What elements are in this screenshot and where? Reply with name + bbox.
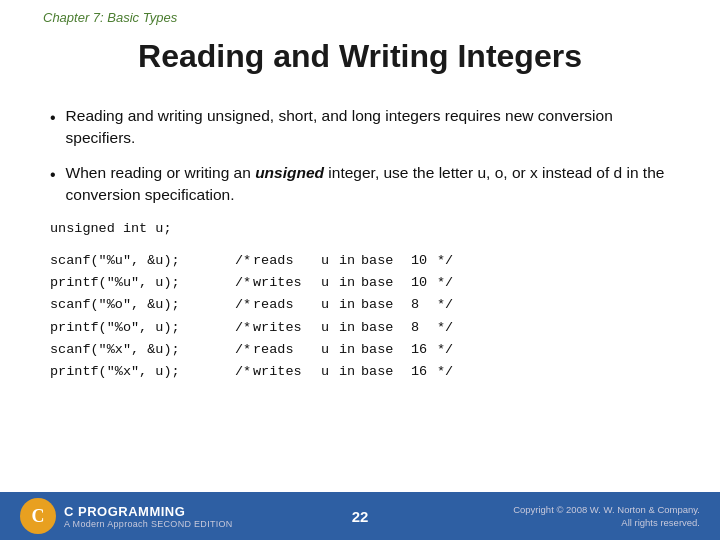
logo-main-text: C PROGRAMMING	[64, 504, 233, 519]
code-base-num: 8	[411, 294, 437, 316]
bullet-dot-2: •	[50, 163, 56, 186]
code-action: writes	[253, 361, 321, 383]
comment-slash: /*	[235, 317, 253, 339]
code-base-label: base	[361, 317, 411, 339]
code-base-label: base	[361, 250, 411, 272]
code-line-5: printf("%x", u); /* writes u in base 16 …	[50, 361, 670, 383]
code-base-label: base	[361, 361, 411, 383]
code-declaration: unsigned int u;	[50, 221, 670, 236]
copyright-text: Copyright © 2008 W. W. Norton & Company.…	[513, 503, 700, 530]
code-line-0: scanf("%u", &u); /* reads u in base 10 *…	[50, 250, 670, 272]
code-var: u	[321, 250, 339, 272]
code-action: writes	[253, 317, 321, 339]
comment-slash: /*	[235, 361, 253, 383]
bullet-text-1: Reading and writing unsigned, short, and…	[66, 105, 670, 150]
code-base-label: base	[361, 272, 411, 294]
bullet-text-2: When reading or writing an unsigned inte…	[66, 162, 670, 207]
comment-slash: /*	[235, 294, 253, 316]
content-area: • Reading and writing unsigned, short, a…	[0, 85, 720, 207]
code-line-3: printf("%o", u); /* writes u in base 8 *…	[50, 317, 670, 339]
code-var: u	[321, 294, 339, 316]
code-stmt: printf("%u", u);	[50, 272, 235, 294]
page-title: Reading and Writing Integers	[0, 38, 720, 75]
logo-icon: C	[20, 498, 56, 534]
logo-text: C PROGRAMMING A Modern Approach SECOND E…	[64, 504, 233, 529]
comment-slash: /*	[235, 339, 253, 361]
code-base-num: 8	[411, 317, 437, 339]
code-stmt: scanf("%x", &u);	[50, 339, 235, 361]
code-stmt: scanf("%u", &u);	[50, 250, 235, 272]
code-base-label: base	[361, 294, 411, 316]
code-end: */	[437, 317, 457, 339]
code-in: in	[339, 317, 361, 339]
code-action: reads	[253, 339, 321, 361]
footer: C C PROGRAMMING A Modern Approach SECOND…	[0, 492, 720, 540]
bullet-2: • When reading or writing an unsigned in…	[50, 162, 670, 207]
comment-slash: /*	[235, 272, 253, 294]
bullet-2-italic: unsigned	[255, 164, 324, 181]
chapter-label: Chapter 7: Basic Types	[43, 10, 177, 25]
bullet-1: • Reading and writing unsigned, short, a…	[50, 105, 670, 150]
code-var: u	[321, 272, 339, 294]
code-in: in	[339, 339, 361, 361]
code-end: */	[437, 339, 457, 361]
code-var: u	[321, 361, 339, 383]
code-var: u	[321, 339, 339, 361]
code-end: */	[437, 361, 457, 383]
code-end: */	[437, 294, 457, 316]
code-stmt: scanf("%o", &u);	[50, 294, 235, 316]
code-stmt: printf("%x", u);	[50, 361, 235, 383]
code-in: in	[339, 272, 361, 294]
code-line-2: scanf("%o", &u); /* reads u in base 8 */	[50, 294, 670, 316]
code-action: writes	[253, 272, 321, 294]
logo-sub-text: A Modern Approach SECOND EDITION	[64, 519, 233, 529]
code-base-label: base	[361, 339, 411, 361]
code-var: u	[321, 317, 339, 339]
code-action: reads	[253, 250, 321, 272]
code-end: */	[437, 250, 457, 272]
code-in: in	[339, 361, 361, 383]
code-end: */	[437, 272, 457, 294]
code-section: unsigned int u; scanf("%u", &u); /* read…	[0, 221, 720, 384]
code-action: reads	[253, 294, 321, 316]
code-base-num: 10	[411, 272, 437, 294]
code-in: in	[339, 294, 361, 316]
code-base-num: 16	[411, 361, 437, 383]
code-base-num: 16	[411, 339, 437, 361]
page-number: 22	[352, 508, 369, 525]
bullet-dot-1: •	[50, 106, 56, 129]
code-stmt: printf("%o", u);	[50, 317, 235, 339]
code-block: scanf("%u", &u); /* reads u in base 10 *…	[50, 250, 670, 384]
code-line-1: printf("%u", u); /* writes u in base 10 …	[50, 272, 670, 294]
code-base-num: 10	[411, 250, 437, 272]
logo-area: C C PROGRAMMING A Modern Approach SECOND…	[20, 498, 233, 534]
code-in: in	[339, 250, 361, 272]
bullet-2-before: When reading or writing an	[66, 164, 256, 181]
comment-slash: /*	[235, 250, 253, 272]
code-line-4: scanf("%x", &u); /* reads u in base 16 *…	[50, 339, 670, 361]
